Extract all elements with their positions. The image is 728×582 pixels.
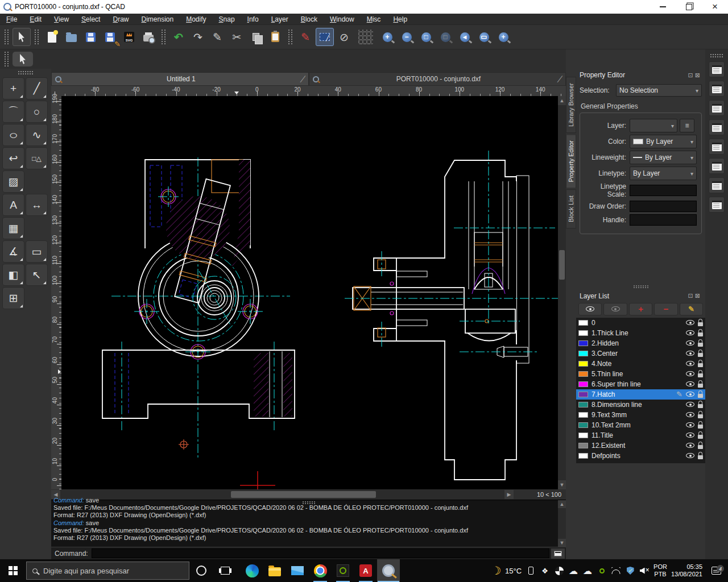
layer-row[interactable]: 6.Super thin line	[576, 379, 705, 389]
auto-zoom-button[interactable]: □	[417, 28, 435, 46]
layer-visible-icon[interactable]	[686, 320, 694, 325]
panel-splitter[interactable]	[576, 284, 705, 290]
dock-selection-filter-button[interactable]	[709, 139, 725, 155]
document-tab[interactable]: Untitled 1╱	[51, 72, 309, 86]
layer-visible-icon[interactable]	[686, 443, 694, 448]
layer-row[interactable]: 10.Text 2mm	[576, 420, 705, 430]
show-all-layers-button[interactable]	[578, 303, 602, 315]
menu-info[interactable]: Info	[241, 14, 265, 24]
taskbar-app-chrome[interactable]	[309, 559, 332, 582]
layer-lock-icon[interactable]	[698, 435, 703, 439]
tool-solid-3d[interactable]: ⊞	[2, 287, 24, 309]
layer-lock-icon[interactable]	[698, 414, 703, 418]
layer-row[interactable]: Defpoints	[576, 451, 705, 461]
drawing-canvas[interactable]	[61, 96, 558, 489]
layer-lock-icon[interactable]	[698, 445, 703, 449]
tool-line[interactable]: ╱	[26, 77, 48, 99]
scroll-up-icon[interactable]: ▲	[558, 96, 566, 105]
layer-dropdown[interactable]	[630, 119, 677, 132]
scroll-down-icon[interactable]: ▼	[558, 480, 566, 489]
paste-button[interactable]	[266, 28, 284, 46]
open-file-button[interactable]	[62, 28, 80, 46]
dock-block-list-button[interactable]	[709, 81, 725, 97]
layer-lock-icon[interactable]	[698, 332, 703, 336]
add-layer-button[interactable]: +	[629, 303, 652, 315]
float-panel-icon[interactable]: ⊡	[688, 292, 695, 299]
toolbar-grip[interactable]	[5, 30, 9, 44]
layer-lock-icon[interactable]	[698, 322, 703, 326]
tab-pin-icon[interactable]: ╱	[300, 75, 305, 83]
layer-lock-icon[interactable]	[698, 353, 703, 357]
menu-dimension[interactable]: Dimension	[135, 14, 180, 24]
dock-grip[interactable]	[710, 54, 723, 57]
layer-row[interactable]: 5.Thin line	[576, 369, 705, 379]
menu-view[interactable]: View	[48, 14, 75, 24]
redo-button[interactable]: ↷	[189, 28, 207, 46]
tool-arc[interactable]: ⌒	[2, 101, 24, 123]
side-tab-property-editor[interactable]: Property Editor	[566, 134, 576, 188]
onedrive-upload-icon[interactable]: ☁	[568, 566, 578, 576]
close-panel-icon[interactable]: ⊠	[695, 72, 702, 78]
layer-lock-icon[interactable]	[698, 394, 703, 398]
scroll-up-icon[interactable]: ▲	[558, 500, 566, 508]
undo-button[interactable]: ↶	[169, 28, 188, 46]
security-shield-icon[interactable]	[625, 567, 635, 575]
tool-shapes[interactable]: □△	[26, 147, 48, 169]
layer-visible-icon[interactable]	[686, 340, 694, 346]
menu-block[interactable]: Block	[295, 14, 324, 24]
zoom-out-button[interactable]: −	[398, 28, 416, 46]
taskbar-app-nvidia[interactable]	[332, 559, 354, 582]
cloud-icon[interactable]: ☁	[582, 566, 593, 576]
layer-lock-icon[interactable]	[698, 455, 703, 459]
copy-button[interactable]	[247, 28, 265, 46]
zoom-window-button[interactable]: ▭	[475, 28, 493, 46]
menu-modify[interactable]: Modify	[180, 14, 212, 24]
language-indicator[interactable]: PORPTB	[653, 563, 667, 578]
color-dropdown[interactable]: By Layer	[630, 135, 697, 148]
tool-edit-selection[interactable]: ↖	[26, 264, 48, 286]
menu-select[interactable]: Select	[75, 14, 106, 24]
menu-draw[interactable]: Draw	[106, 14, 135, 24]
export-svg-button[interactable]: SVG	[120, 28, 138, 46]
scrollbar-thumb[interactable]	[559, 250, 565, 280]
float-panel-icon[interactable]: ⊡	[688, 72, 695, 78]
menu-snap[interactable]: Snap	[213, 14, 241, 24]
tool-text[interactable]: A	[2, 194, 24, 216]
tool-hatch[interactable]: ▨	[2, 171, 24, 193]
draw-order-input[interactable]	[630, 201, 697, 212]
disable-fill-button[interactable]: ⊘	[335, 28, 353, 46]
layer-row[interactable]: 9.Text 3mm	[576, 410, 705, 420]
close-panel-icon[interactable]: ⊠	[695, 292, 702, 299]
layer-visible-icon[interactable]	[686, 453, 694, 458]
layer-lock-icon[interactable]	[698, 343, 703, 347]
close-button[interactable]	[702, 0, 728, 14]
layer-visible-icon[interactable]	[686, 371, 694, 376]
layer-visible-icon[interactable]	[686, 381, 694, 386]
layer-lock-icon[interactable]	[698, 425, 703, 429]
nvidia-tray-icon[interactable]	[597, 568, 607, 573]
layer-visible-icon[interactable]	[686, 412, 694, 417]
taskbar-app-qcad[interactable]	[377, 559, 400, 582]
dock-scripts-button[interactable]	[709, 177, 725, 193]
linetype-scale-input[interactable]	[630, 185, 697, 196]
pinwheel-icon[interactable]	[554, 567, 564, 575]
tool-draft-tools[interactable]: ∡	[2, 240, 24, 263]
layer-visible-icon[interactable]	[686, 402, 694, 407]
layer-lock-icon[interactable]	[698, 384, 703, 388]
tool-image[interactable]: ▦	[2, 217, 24, 239]
menu-edit[interactable]: Edit	[23, 14, 48, 24]
start-button[interactable]	[0, 559, 26, 582]
taskbar-app-mail[interactable]	[286, 559, 309, 582]
tool-ellipse[interactable]: ○	[2, 124, 24, 146]
handle-input[interactable]	[630, 214, 697, 226]
save-button[interactable]	[81, 28, 100, 46]
taskbar-app-file-explorer[interactable]	[263, 559, 286, 582]
layer-visible-icon[interactable]	[686, 351, 694, 356]
layer-lock-icon[interactable]	[698, 404, 703, 408]
menu-misc[interactable]: Misc	[361, 14, 387, 24]
dock-clipboard-button[interactable]	[709, 197, 725, 213]
notification-center-button[interactable]: 4	[706, 567, 726, 575]
layer-visible-icon[interactable]	[686, 330, 694, 335]
lineweight-dropdown[interactable]: By Layer	[630, 151, 697, 164]
tab-pin-icon[interactable]: ╱	[557, 75, 562, 83]
